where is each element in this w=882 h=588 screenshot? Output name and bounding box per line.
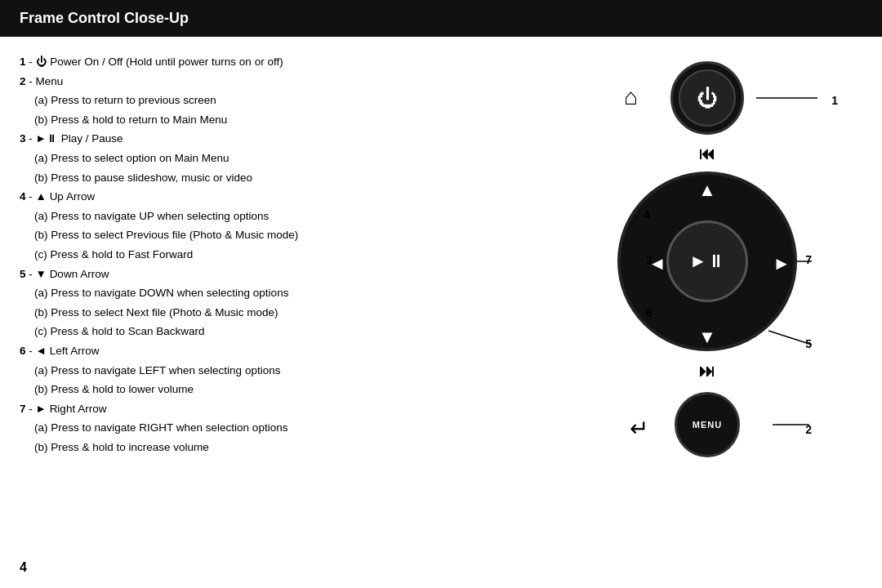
diagram-label-4: 4 bbox=[644, 208, 650, 221]
instruction-4-sub: (a) Press to navigate UP when selecting … bbox=[20, 207, 536, 264]
instruction-5-sub: (a) Press to navigate DOWN when selectin… bbox=[20, 284, 536, 341]
page-title: Frame Control Close-Up bbox=[20, 10, 189, 26]
diagram-label-3: 3 bbox=[646, 253, 653, 266]
diagram-section: ⌂ ⏻ 1 ⏮ 🔈 ►⏸ ▲ ▼ ◄ ► bbox=[552, 53, 862, 527]
page-number: 4 bbox=[20, 560, 27, 575]
up-arrow-button[interactable]: ▲ bbox=[698, 180, 716, 201]
play-pause-icon: ►⏸ bbox=[689, 251, 725, 272]
diagram-label-1: 1 bbox=[831, 94, 838, 107]
diagram-label-2: 2 bbox=[805, 423, 812, 436]
down-arrow-button[interactable]: ▼ bbox=[698, 327, 716, 348]
instruction-3-main: 3 - ►⏸ Play / Pause bbox=[20, 130, 536, 148]
right-arrow-button[interactable]: ► bbox=[773, 253, 791, 274]
page-header: Frame Control Close-Up bbox=[0, 0, 882, 37]
instructions-section: 1 - ⏻ Power On / Off (Hold until power t… bbox=[20, 53, 536, 527]
instruction-2-sub: (a) Press to return to previous screen (… bbox=[20, 91, 536, 128]
instruction-5-main: 5 - ▼ Down Arrow bbox=[20, 265, 536, 283]
instruction-4-main: 4 - ▲ Up Arrow bbox=[20, 188, 536, 206]
back-icon: ↵ bbox=[630, 415, 648, 442]
remote-diagram: ⌂ ⏻ 1 ⏮ 🔈 ►⏸ ▲ ▼ ◄ ► bbox=[568, 53, 846, 527]
menu-label: MENU bbox=[693, 420, 722, 430]
home-icon: ⌂ bbox=[624, 84, 638, 110]
diagram-label-5: 5 bbox=[805, 337, 812, 350]
power-button[interactable]: ⏻ bbox=[670, 61, 744, 135]
power-button-inner: ⏻ bbox=[679, 69, 736, 127]
diagram-label-7: 7 bbox=[805, 253, 812, 266]
dpad-center-button[interactable]: ►⏸ bbox=[666, 220, 748, 302]
main-content: 1 - ⏻ Power On / Off (Hold until power t… bbox=[0, 37, 882, 543]
instruction-7-main: 7 - ► Right Arrow bbox=[20, 400, 536, 418]
instruction-3-sub: (a) Press to select option on Main Menu … bbox=[20, 149, 536, 186]
instruction-2-main: 2 - Menu bbox=[20, 73, 536, 91]
menu-button[interactable]: MENU bbox=[675, 392, 740, 457]
skip-forward-icon: ⏭ bbox=[699, 362, 715, 381]
skip-back-icon: ⏮ bbox=[699, 145, 715, 163]
instruction-7-sub: (a) Press to navigate RIGHT when selecti… bbox=[20, 419, 536, 456]
instruction-6-main: 6 - ◄ Left Arrow bbox=[20, 342, 536, 360]
power-icon: ⏻ bbox=[697, 87, 718, 109]
instruction-1: 1 - ⏻ Power On / Off (Hold until power t… bbox=[20, 53, 536, 71]
instruction-6-sub: (a) Press to navigate LEFT when selectin… bbox=[20, 362, 536, 399]
diagram-label-6: 6 bbox=[646, 306, 653, 319]
